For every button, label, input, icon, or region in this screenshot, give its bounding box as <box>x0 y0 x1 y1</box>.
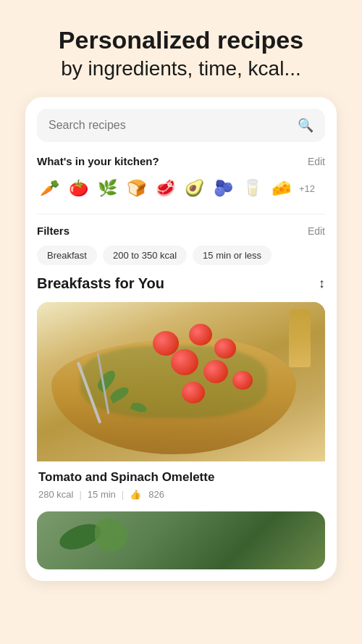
like-icon: 👍 <box>130 489 141 500</box>
recipe-card-omelette[interactable]: Tomato and Spinach Omelette 280 kcal | 1… <box>37 302 325 503</box>
ingredient-berries: 🫐 <box>211 176 235 201</box>
kitchen-title: What's in your kitchen? <box>37 155 159 167</box>
header-subtitle: by ingredients, time, kcal... <box>29 54 333 83</box>
ingredients-more-badge: +12 <box>299 183 315 194</box>
ingredient-carrot: 🥕 <box>37 176 62 201</box>
divider-1 <box>37 214 325 214</box>
recipes-header: Breakfasts for You ↕ <box>37 275 325 292</box>
recipe-kcal: 280 kcal <box>38 489 73 500</box>
ingredient-avocado: 🥑 <box>182 176 206 201</box>
filters-section: Filters Edit Breakfast 200 to 350 kcal 1… <box>37 225 325 265</box>
filter-tags-row: Breakfast 200 to 350 kcal 15 min or less <box>37 246 325 265</box>
recipe-meta: 280 kcal | 15 min | 👍 826 <box>38 489 324 500</box>
filter-tag-kcal[interactable]: 200 to 350 kcal <box>103 246 187 265</box>
omelette-visual <box>37 302 325 461</box>
ingredient-cheese: 🧀 <box>269 176 293 201</box>
app-header: Personalized recipes by ingredients, tim… <box>0 0 362 97</box>
ingredients-row: 🥕 🍅 🌿 🍞 🥩 🥑 🫐 🥛 🧀 +12 <box>37 176 325 201</box>
filter-tag-breakfast[interactable]: Breakfast <box>37 246 97 265</box>
oil-bottle <box>289 309 311 367</box>
ingredient-milk: 🥛 <box>240 176 264 201</box>
meta-divider-2: | <box>122 489 124 500</box>
ingredient-bread: 🍞 <box>124 176 148 201</box>
filters-edit-button[interactable]: Edit <box>308 225 325 237</box>
recipes-section-title: Breakfasts for You <box>37 275 164 292</box>
search-input[interactable] <box>49 119 290 132</box>
recipe-time: 15 min <box>88 489 116 500</box>
filters-section-header: Filters Edit <box>37 225 325 237</box>
recipe-info: Tomato and Spinach Omelette 280 kcal | 1… <box>37 461 325 503</box>
main-card: 🔍 What's in your kitchen? Edit 🥕 🍅 🌿 🍞 🥩… <box>25 97 337 581</box>
recipe-image <box>37 302 325 461</box>
filter-tag-time[interactable]: 15 min or less <box>193 246 272 265</box>
recipe-likes: 826 <box>148 489 164 500</box>
next-recipe-preview[interactable] <box>37 511 325 569</box>
meta-divider-1: | <box>79 489 81 500</box>
filters-title: Filters <box>37 225 70 237</box>
header-title: Personalized recipes <box>29 26 333 54</box>
sort-icon[interactable]: ↕ <box>319 276 325 291</box>
kitchen-edit-button[interactable]: Edit <box>308 156 325 167</box>
ingredient-herb: 🌿 <box>95 176 119 201</box>
ingredient-meat: 🥩 <box>153 176 177 201</box>
search-icon: 🔍 <box>298 117 313 133</box>
ingredient-tomato: 🍅 <box>66 176 90 201</box>
preview-veg-2 <box>95 519 127 551</box>
kitchen-section-header: What's in your kitchen? Edit <box>37 155 325 167</box>
search-bar[interactable]: 🔍 <box>37 109 325 142</box>
recipe-name: Tomato and Spinach Omelette <box>38 470 324 485</box>
